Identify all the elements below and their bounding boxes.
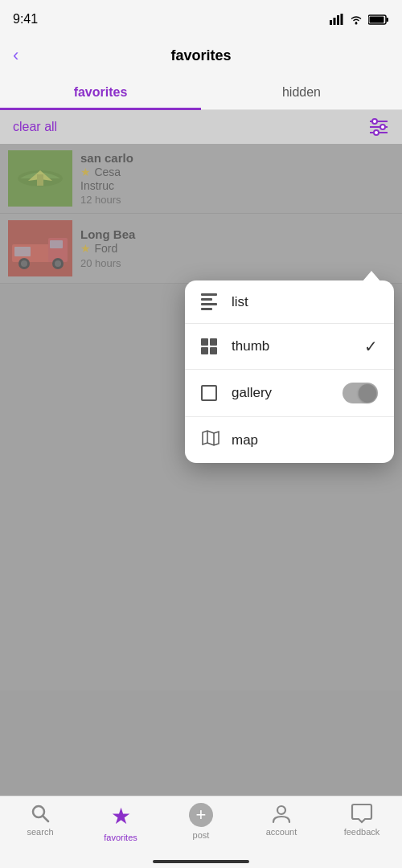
svg-rect-6 xyxy=(387,18,389,22)
svg-rect-3 xyxy=(341,14,343,25)
popup-item-map[interactable]: map xyxy=(185,417,394,463)
list-icon xyxy=(201,293,220,310)
nav-account[interactable]: account xyxy=(241,803,322,865)
popup-label-map: map xyxy=(232,432,378,448)
nav-label-feedback: feedback xyxy=(344,827,380,837)
nav-post[interactable]: + post xyxy=(161,803,241,865)
tab-hidden[interactable]: hidden xyxy=(201,76,402,109)
signal-icon xyxy=(330,14,344,25)
gallery-toggle[interactable] xyxy=(343,383,378,403)
popup-item-list[interactable]: list xyxy=(185,280,394,324)
svg-rect-7 xyxy=(370,16,384,23)
filter-icon[interactable] xyxy=(368,118,389,136)
view-mode-popup: list thumb ✓ gallery xyxy=(185,280,394,463)
content-area: san carlo ★ Cesa Instruc 12 hours xyxy=(0,144,402,690)
thumb-icon xyxy=(201,338,220,354)
popup-label-list: list xyxy=(232,294,378,310)
checkmark-icon: ✓ xyxy=(364,337,378,356)
nav-feedback[interactable]: feedback xyxy=(322,803,402,865)
svg-rect-0 xyxy=(330,20,332,25)
account-icon xyxy=(271,803,292,824)
popup-item-thumb[interactable]: thumb ✓ xyxy=(185,324,394,370)
nav-search[interactable]: search xyxy=(0,803,80,865)
svg-point-11 xyxy=(372,119,377,124)
popup-item-gallery[interactable]: gallery xyxy=(185,370,394,417)
tabs-bar: favorites hidden xyxy=(0,76,402,110)
svg-point-30 xyxy=(277,806,285,814)
nav-label-favorites: favorites xyxy=(104,833,137,842)
page-title: favorites xyxy=(170,47,231,64)
svg-rect-2 xyxy=(337,15,339,25)
map-icon xyxy=(201,430,220,450)
search-icon xyxy=(30,803,51,824)
header: ‹ favorites xyxy=(0,35,402,76)
star-icon: ★ xyxy=(111,803,131,829)
back-button[interactable]: ‹ xyxy=(13,45,18,66)
svg-point-4 xyxy=(355,23,358,25)
svg-line-29 xyxy=(43,817,49,822)
post-icon: + xyxy=(189,803,213,827)
popup-label-thumb: thumb xyxy=(232,338,353,354)
toggle-knob xyxy=(359,384,376,402)
svg-point-13 xyxy=(374,130,379,135)
tab-favorites[interactable]: favorites xyxy=(0,76,201,109)
nav-label-account: account xyxy=(266,827,297,837)
status-icons xyxy=(330,14,389,25)
feedback-icon xyxy=(351,803,373,824)
gallery-icon xyxy=(201,385,220,401)
status-time: 9:41 xyxy=(13,12,38,27)
nav-label-search: search xyxy=(27,827,53,837)
battery-icon xyxy=(368,14,389,25)
status-bar: 9:41 xyxy=(0,0,402,35)
popup-label-gallery: gallery xyxy=(232,385,331,401)
toolbar: clear all xyxy=(0,110,402,144)
home-indicator xyxy=(153,860,249,863)
nav-favorites[interactable]: ★ favorites xyxy=(80,803,161,865)
wifi-icon xyxy=(349,14,363,25)
clear-all-button[interactable]: clear all xyxy=(13,120,57,134)
svg-rect-1 xyxy=(334,18,336,25)
svg-point-12 xyxy=(380,125,385,129)
bottom-nav: search ★ favorites + post account feedba… xyxy=(0,796,402,868)
nav-label-post: post xyxy=(193,830,210,840)
